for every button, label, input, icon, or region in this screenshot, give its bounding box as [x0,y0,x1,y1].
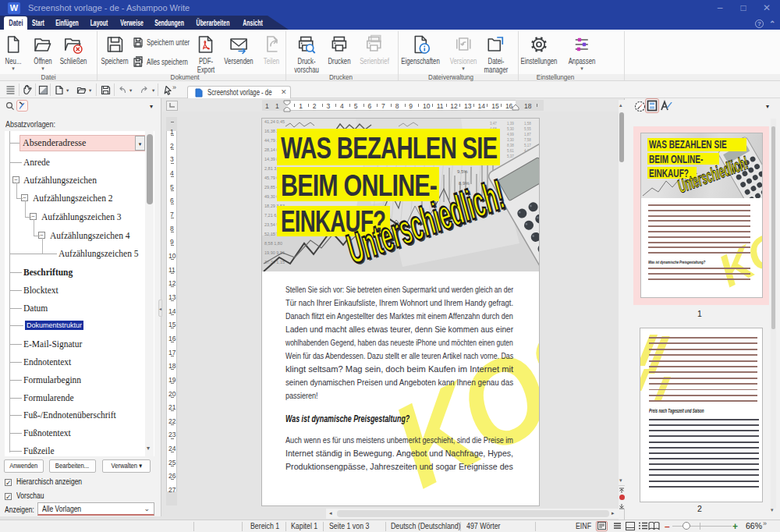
svg-text:9,5%: 9,5% [457,169,468,174]
svg-text:4,99: 4,99 [507,133,514,137]
svg-text:1,87: 1,87 [524,133,531,137]
svg-text:3,30: 3,30 [507,138,514,142]
svg-text:1,58: 1,58 [524,122,531,126]
svg-text:7,58: 7,58 [524,138,531,142]
svg-text:5,37: 5,37 [507,154,514,158]
svg-text:1,39: 1,39 [507,122,514,126]
svg-text:41,24 0,45: 41,24 0,45 [264,119,285,124]
svg-text:5,61: 5,61 [507,149,514,153]
svg-text:5,55: 5,55 [524,127,531,131]
svg-text:8,58 1,80: 8,58 1,80 [264,241,282,246]
svg-text:3,47: 3,47 [490,122,497,126]
svg-text:5,17: 5,17 [524,144,531,147]
svg-text:5,30: 5,30 [507,127,514,131]
svg-text:8,38: 8,38 [507,144,514,147]
